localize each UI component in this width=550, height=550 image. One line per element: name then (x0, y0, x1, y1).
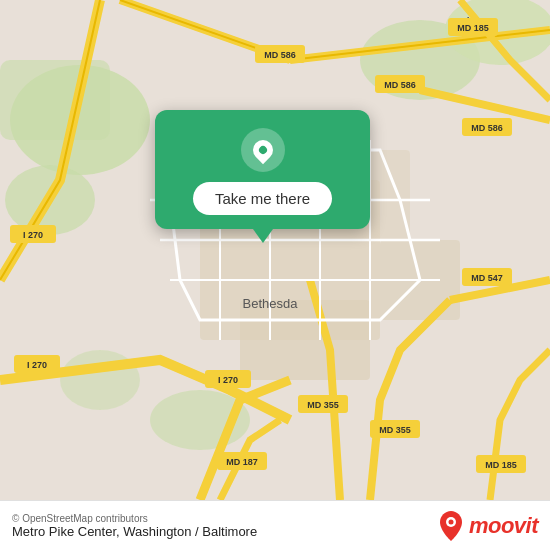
bottom-left-info: © OpenStreetMap contributors Metro Pike … (12, 513, 257, 539)
svg-point-40 (448, 519, 453, 524)
location-pin-icon (241, 128, 285, 172)
take-me-there-button[interactable]: Take me there (193, 182, 332, 215)
svg-text:I 270: I 270 (23, 230, 43, 240)
svg-rect-11 (240, 300, 370, 380)
map-svg: Aspen Hill (0, 0, 550, 500)
svg-text:MD 586: MD 586 (384, 80, 416, 90)
svg-text:MD 586: MD 586 (264, 50, 296, 60)
svg-text:MD 185: MD 185 (457, 23, 489, 33)
location-title: Metro Pike Center, Washington / Baltimor… (12, 524, 257, 539)
svg-text:MD 586: MD 586 (471, 123, 503, 133)
copyright-text: © OpenStreetMap contributors (12, 513, 257, 524)
moovit-pin-icon (437, 509, 465, 543)
svg-text:MD 185: MD 185 (485, 460, 517, 470)
popup-card: Take me there (155, 110, 370, 229)
svg-text:MD 547: MD 547 (471, 273, 503, 283)
svg-text:I 270: I 270 (218, 375, 238, 385)
svg-text:MD 355: MD 355 (307, 400, 339, 410)
moovit-logo: moovit (437, 509, 538, 543)
svg-text:MD 355: MD 355 (379, 425, 411, 435)
svg-rect-3 (0, 60, 110, 140)
svg-text:I 270: I 270 (27, 360, 47, 370)
bottom-bar: © OpenStreetMap contributors Metro Pike … (0, 500, 550, 550)
svg-text:MD 187: MD 187 (226, 457, 258, 467)
svg-text:Bethesda: Bethesda (243, 296, 299, 311)
moovit-text: moovit (469, 513, 538, 539)
pin-shape (248, 136, 276, 164)
map-container: Aspen Hill (0, 0, 550, 500)
